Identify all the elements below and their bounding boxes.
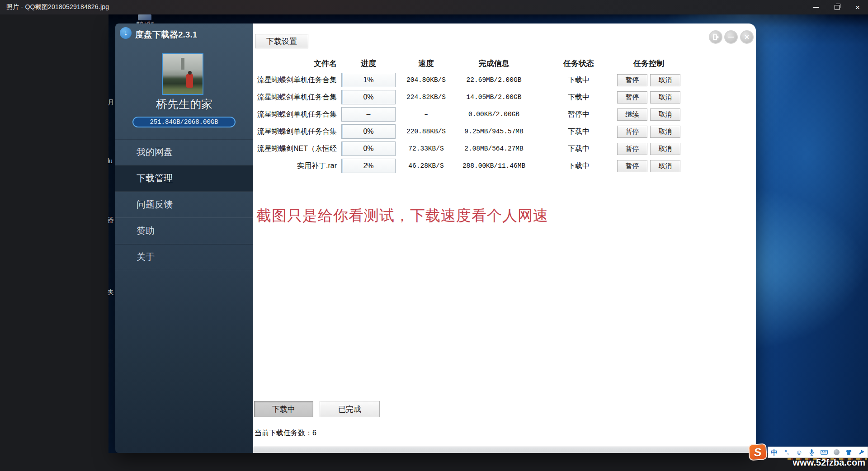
task-status: 下载中 <box>556 93 601 102</box>
task-status: 暂停中 <box>556 110 601 119</box>
col-header-speed: 速度 <box>400 58 452 69</box>
desktop-label-fragment: 夹 <box>108 288 114 297</box>
tab-downloading[interactable]: 下载中 <box>254 401 313 417</box>
desktop-label-fragment: 月 <box>108 99 114 107</box>
task-count-label: 当前下载任务数： <box>255 429 312 437</box>
task-progress-box: 1% <box>341 73 396 87</box>
col-header-progress: 进度 <box>341 58 396 69</box>
task-progress-box: 0% <box>341 124 396 139</box>
task-speed: 220.88KB/S <box>400 128 452 135</box>
task-cancel-button[interactable]: 取消 <box>650 160 680 172</box>
keyboard-icon[interactable] <box>819 449 829 455</box>
task-filename: 实用补丁.rar <box>255 161 337 171</box>
task-cancel-button[interactable]: 取消 <box>650 74 680 86</box>
close-icon: × <box>855 4 860 11</box>
task-completion-info: 0.00KB/2.00GB <box>457 111 531 118</box>
horizontal-scrollbar[interactable] <box>253 447 749 453</box>
task-completion-info: 288.00KB/11.46MB <box>457 162 531 170</box>
task-speed: 72.33KB/S <box>400 145 452 152</box>
col-header-completion: 完成信息 <box>457 58 531 69</box>
task-filename: 流星蝴蝶剑单机任务合集 <box>255 110 337 119</box>
task-cancel-button[interactable]: 取消 <box>650 91 680 104</box>
storage-quota-badge: 251.84GB/2068.00GB <box>132 117 236 127</box>
annotation-note: 截图只是给你看测试，下载速度看个人网速 <box>256 206 548 226</box>
col-header-status: 任务状态 <box>556 58 601 69</box>
task-progress-box: – <box>341 107 396 122</box>
skin-icon[interactable] <box>844 449 854 456</box>
task-cancel-button[interactable]: 取消 <box>650 108 680 121</box>
progress-fill <box>342 159 343 173</box>
task-row: 流星蝴蝶剑NET（永恒经 0% 72.33KB/S 2.08MB/564.27M… <box>253 140 756 157</box>
task-pause-resume-button[interactable]: 暂停 <box>617 91 647 104</box>
minimize-icon <box>728 37 734 38</box>
zh-mode-icon[interactable]: 中 <box>769 449 779 456</box>
punctuation-icon[interactable]: °‚ <box>782 449 792 456</box>
smiley-icon[interactable]: ☺ <box>794 449 804 456</box>
sidebar-item-my-netdisk[interactable]: 我的网盘 <box>115 139 253 165</box>
task-pause-resume-button[interactable]: 暂停 <box>617 126 647 138</box>
downloader-window: ↓ 度盘下载器2.3.1 桥先生的家 251.84GB/2068.00GB 我的… <box>115 24 756 453</box>
task-speed: 46.28KB/S <box>400 162 452 170</box>
task-progress-box: 0% <box>341 141 396 156</box>
download-circle-icon: ↓ <box>120 27 132 39</box>
task-progress-text: 0% <box>363 127 373 136</box>
sogou-logo[interactable]: S <box>748 443 767 461</box>
sidebar-item-about[interactable]: 关于 <box>115 244 253 270</box>
task-pause-resume-button[interactable]: 继续 <box>617 108 647 121</box>
main-panel: 下载设置 × 文件名 进度 速度 完成信息 任务状态 任务控制 流星蝴蝶 <box>253 24 756 453</box>
desktop-label-fragment: 器 <box>108 216 114 224</box>
sidebar: ↓ 度盘下载器2.3.1 桥先生的家 251.84GB/2068.00GB 我的… <box>115 24 253 453</box>
task-filename: 流星蝴蝶剑单机任务合集 <box>255 75 337 85</box>
tab-completed[interactable]: 已完成 <box>320 401 380 417</box>
task-progress-box: 0% <box>341 90 396 104</box>
task-progress-box: 2% <box>341 159 396 173</box>
task-filename: 流星蝴蝶剑单机任务合集 <box>255 93 337 102</box>
window-restore-button[interactable] <box>826 0 847 14</box>
task-pause-resume-button[interactable]: 暂停 <box>617 74 647 86</box>
task-pause-resume-button[interactable]: 暂停 <box>617 143 647 155</box>
progress-fill <box>342 73 343 87</box>
app-close-button[interactable]: × <box>740 30 754 44</box>
download-settings-button[interactable]: 下载设置 <box>255 34 308 48</box>
task-completion-info: 2.08MB/564.27MB <box>457 145 531 152</box>
task-status: 下载中 <box>556 161 601 171</box>
app-logout-button[interactable] <box>709 30 722 44</box>
task-row: 流星蝴蝶剑单机任务合集 – – 0.00KB/2.00GB 暂停中 继续 取消 <box>253 106 756 123</box>
task-pause-resume-button[interactable]: 暂停 <box>617 160 647 172</box>
mic-icon[interactable] <box>807 449 816 456</box>
task-count-value: 6 <box>312 429 316 437</box>
window-close-button[interactable]: × <box>847 0 868 14</box>
col-header-filename: 文件名 <box>255 58 337 69</box>
col-header-control: 任务控制 <box>613 58 685 69</box>
task-status: 下载中 <box>556 75 601 85</box>
app-minimize-button[interactable] <box>724 30 738 44</box>
screen: 照片 - QQ截图20180529184826.jpg × 度盘下载器 月 lu… <box>0 0 868 471</box>
cloud-icon[interactable] <box>831 449 841 455</box>
sidebar-item-feedback[interactable]: 问题反馈 <box>115 192 253 218</box>
task-progress-text: 0% <box>363 145 373 153</box>
task-status: 下载中 <box>556 144 601 154</box>
logout-icon <box>712 34 719 40</box>
window-minimize-button[interactable] <box>806 0 826 14</box>
task-row: 流星蝴蝶剑单机任务合集 1% 204.80KB/S 22.69MB/2.00GB… <box>253 71 756 89</box>
task-row: 实用补丁.rar 2% 46.28KB/S 288.00KB/11.46MB 下… <box>253 157 756 174</box>
username: 桥先生的家 <box>115 97 253 112</box>
task-speed: – <box>400 111 452 118</box>
task-status: 下载中 <box>556 127 601 137</box>
avatar <box>162 53 203 95</box>
minimize-icon <box>813 7 819 8</box>
sidebar-menu: 我的网盘 下载管理 问题反馈 赞助 关于 <box>115 139 253 270</box>
avatar-figure <box>186 74 193 88</box>
task-cancel-button[interactable]: 取消 <box>650 126 680 138</box>
task-progress-text: 2% <box>363 162 373 170</box>
wrench-icon[interactable] <box>856 449 866 456</box>
sogou-logo-letter: S <box>754 445 762 459</box>
restore-icon <box>835 5 840 10</box>
task-filename: 流星蝴蝶剑NET（永恒经 <box>255 144 337 154</box>
task-cancel-button[interactable]: 取消 <box>650 143 680 155</box>
task-completion-info: 9.25MB/945.57MB <box>457 128 531 135</box>
sidebar-item-download-manager[interactable]: 下载管理 <box>115 165 253 192</box>
task-row: 流星蝴蝶剑单机任务合集 0% 224.82KB/S 14.05MB/2.00GB… <box>253 89 756 106</box>
sidebar-item-sponsor[interactable]: 赞助 <box>115 218 253 244</box>
task-row: 流星蝴蝶剑单机任务合集 0% 220.88KB/S 9.25MB/945.57M… <box>253 123 756 140</box>
